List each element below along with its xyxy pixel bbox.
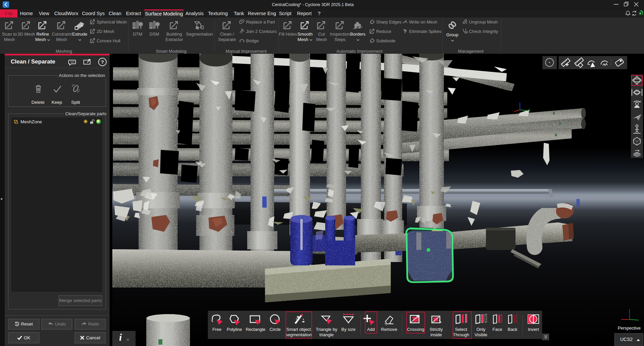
svg-text:Invert: Invert — [528, 327, 539, 332]
svg-text:Rectangle: Rectangle — [246, 327, 266, 332]
svg-text:Triangle by: Triangle by — [316, 327, 337, 332]
svg-text:Circle: Circle — [269, 327, 280, 332]
svg-text:Visible: Visible — [475, 332, 487, 337]
svg-text:By size: By size — [341, 327, 355, 332]
svg-text:Back: Back — [508, 327, 518, 332]
svg-text:Strictly: Strictly — [430, 327, 443, 332]
svg-text:segmentation: segmentation — [286, 332, 312, 337]
svg-text:Polyline: Polyline — [227, 327, 242, 332]
svg-text:Smart object: Smart object — [287, 327, 311, 332]
svg-text:Free: Free — [213, 327, 222, 332]
svg-text:Face: Face — [493, 327, 502, 332]
svg-text:?: ? — [101, 59, 104, 65]
svg-text:Add: Add — [367, 327, 375, 332]
svg-text:Select: Select — [455, 327, 467, 332]
svg-text:Only: Only — [477, 327, 486, 332]
svg-text:Remove: Remove — [381, 327, 397, 332]
svg-text:Crossing: Crossing — [407, 327, 424, 332]
svg-text:triangle: triangle — [319, 332, 334, 337]
svg-text:inside: inside — [430, 332, 442, 337]
svg-text:Through: Through — [453, 332, 469, 337]
